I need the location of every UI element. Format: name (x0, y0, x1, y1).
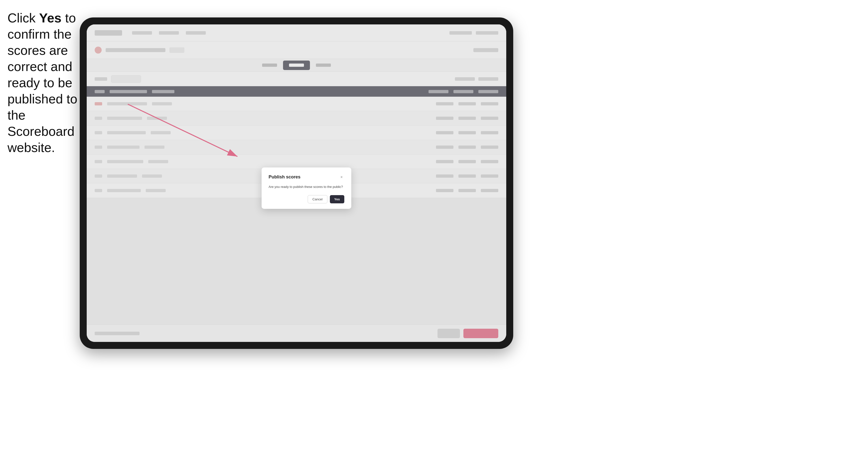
tablet-screen: Publish scores × Are you ready to publis… (87, 24, 506, 342)
dialog-body-text: Are you ready to publish these scores to… (269, 184, 344, 189)
dialog-close-button[interactable]: × (339, 175, 344, 180)
tablet-device: Publish scores × Are you ready to publis… (80, 18, 513, 349)
instruction-text: Click Yes to confirm the scores are corr… (7, 10, 81, 156)
dialog-yes-button[interactable]: Yes (330, 195, 344, 204)
dialog-overlay: Publish scores × Are you ready to publis… (87, 24, 506, 342)
dialog-header: Publish scores × (269, 175, 344, 180)
dialog-footer: Cancel Yes (269, 195, 344, 204)
publish-dialog: Publish scores × Are you ready to publis… (261, 167, 351, 209)
dialog-title: Publish scores (269, 175, 301, 180)
dialog-cancel-button[interactable]: Cancel (308, 195, 327, 204)
